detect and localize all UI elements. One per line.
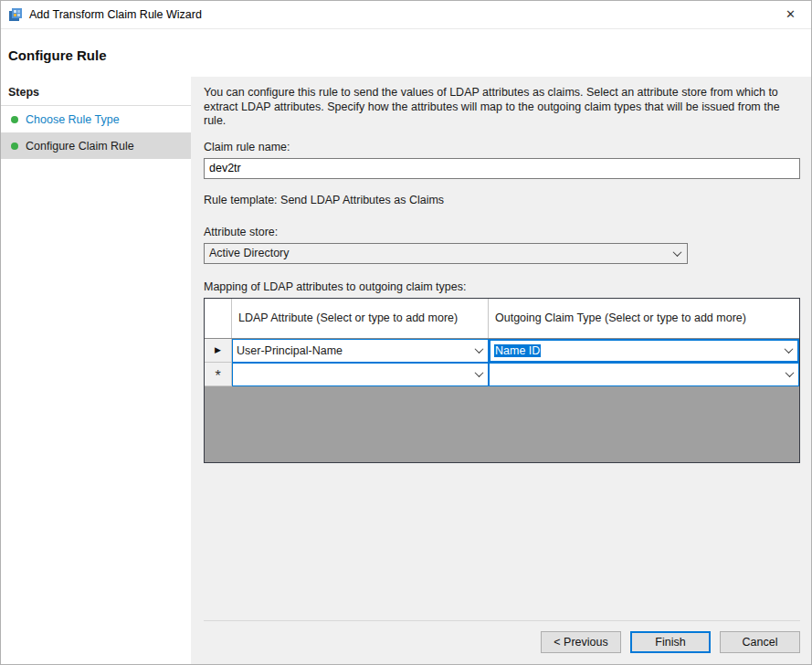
table-corner-cell: [205, 299, 232, 338]
attribute-store-value: Active Directory: [209, 247, 290, 259]
chevron-down-icon: [475, 344, 484, 354]
chevron-down-icon: [673, 248, 682, 257]
window-title: Add Transform Claim Rule Wizard: [29, 8, 202, 21]
wizard-body: Steps Choose Rule Type Configure Claim R…: [1, 77, 811, 664]
current-row-marker: ▶: [205, 339, 232, 363]
chevron-down-icon: [786, 368, 795, 377]
mapping-table: LDAP Attribute (Select or type to add mo…: [204, 298, 800, 463]
titlebar: Add Transform Claim Rule Wizard ✕: [1, 1, 811, 29]
sidebar-item-configure-claim-rule[interactable]: Configure Claim Rule: [1, 132, 191, 159]
description-text: You can configure this rule to send the …: [204, 86, 800, 129]
content-area: You can configure this rule to send the …: [191, 77, 811, 664]
wizard-window: Add Transform Claim Rule Wizard ✕ Config…: [0, 0, 812, 665]
ldap-attribute-select-new[interactable]: [232, 363, 489, 386]
page-title: Configure Rule: [8, 48, 804, 63]
wizard-app-icon: [8, 7, 23, 22]
outgoing-claim-type-select[interactable]: Name ID: [489, 339, 799, 363]
ldap-attribute-select[interactable]: User-Principal-Name: [232, 339, 489, 363]
footer: < Previous Finish Cancel: [204, 620, 800, 653]
step-label: Configure Claim Rule: [26, 140, 134, 153]
steps-sidebar: Steps Choose Rule Type Configure Claim R…: [1, 77, 191, 664]
finish-button[interactable]: Finish: [630, 631, 711, 653]
steps-header: Steps: [1, 77, 191, 106]
asterisk-icon: *: [215, 368, 220, 385]
table-empty-area: [205, 386, 799, 462]
previous-button[interactable]: < Previous: [541, 631, 621, 653]
table-row: *: [205, 363, 799, 386]
step-label: Choose Rule Type: [26, 113, 120, 126]
table-header-row: LDAP Attribute (Select or type to add mo…: [205, 299, 799, 339]
outgoing-claim-type-value: Name ID: [494, 344, 541, 357]
step-bullet-icon: [11, 116, 18, 123]
rule-template-text: Rule template: Send LDAP Attributes as C…: [204, 194, 800, 206]
triangle-right-icon: ▶: [215, 345, 221, 354]
claim-rule-name-label: Claim rule name:: [204, 141, 800, 153]
attribute-store-select[interactable]: Active Directory: [204, 243, 688, 264]
column-header-outgoing-claim-type: Outgoing Claim Type (Select or type to a…: [489, 299, 799, 338]
new-row-marker: *: [205, 363, 232, 386]
sidebar-item-choose-rule-type[interactable]: Choose Rule Type: [1, 106, 191, 132]
mapping-label: Mapping of LDAP attributes to outgoing c…: [204, 280, 800, 293]
close-icon: ✕: [786, 7, 796, 21]
cancel-button[interactable]: Cancel: [720, 631, 800, 653]
column-header-ldap-attribute: LDAP Attribute (Select or type to add mo…: [232, 299, 489, 338]
ldap-attribute-value: User-Principal-Name: [237, 344, 343, 357]
table-row: ▶ User-Principal-Name Name ID: [205, 339, 799, 363]
page-heading-row: Configure Rule: [1, 29, 811, 77]
close-button[interactable]: ✕: [770, 1, 811, 28]
chevron-down-icon: [475, 368, 484, 377]
attribute-store-label: Attribute store:: [204, 226, 800, 238]
chevron-down-icon: [785, 344, 794, 354]
claim-rule-name-input[interactable]: [204, 158, 800, 179]
step-bullet-icon: [11, 142, 18, 150]
outgoing-claim-type-select-new[interactable]: [489, 363, 799, 386]
